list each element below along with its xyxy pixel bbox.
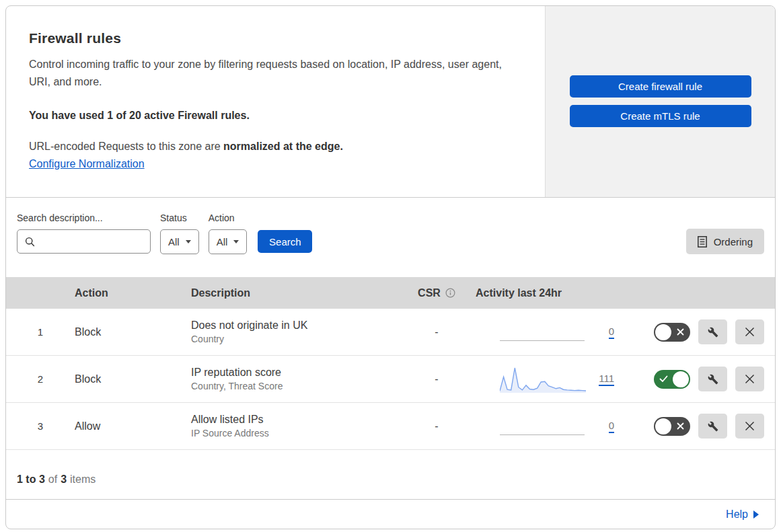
close-icon: [745, 374, 755, 384]
ordering-label: Ordering: [714, 236, 753, 248]
toggle-x-icon: [677, 422, 684, 432]
wrench-icon: [708, 327, 718, 338]
rule-activity-cell: 0: [470, 317, 624, 347]
rule-priority: 3: [6, 420, 75, 432]
action-value: All: [217, 236, 228, 248]
help-arrow-icon: [753, 510, 759, 519]
pagination-summary: 1 to 3 of 3 items: [6, 450, 775, 500]
usage-summary: You have used 1 of 20 active Firewall ru…: [29, 110, 525, 122]
rule-controls: [624, 367, 775, 391]
actions-panel: Create firewall rule Create mTLS rule: [545, 6, 775, 197]
help-bar: Help: [6, 500, 775, 529]
delete-rule-button[interactable]: [735, 414, 764, 439]
total-label: 3: [61, 473, 67, 486]
delete-rule-button[interactable]: [735, 367, 764, 391]
activity-sparkline: [500, 365, 586, 394]
rule-criteria: IP Source Address: [191, 428, 403, 439]
action-filter-group: Action All: [209, 213, 248, 254]
table-row: 3 Allow Allow listed IPs IP Source Addre…: [6, 403, 775, 450]
ordering-list-icon: [698, 236, 707, 248]
rule-activity-cell: 0: [470, 412, 624, 441]
rule-action: Block: [75, 373, 191, 385]
rule-csr: -: [403, 420, 470, 432]
csr-label: CSR: [418, 287, 441, 299]
normalization-bold: normalized at the edge.: [223, 141, 343, 152]
rule-controls: [624, 319, 775, 344]
status-label: Status: [160, 213, 199, 223]
rule-priority: 1: [6, 326, 75, 338]
activity-sparkline: [500, 412, 586, 441]
status-value: All: [168, 236, 180, 248]
edit-rule-button[interactable]: [698, 367, 727, 391]
delete-rule-button[interactable]: [735, 319, 764, 344]
wrench-icon: [708, 421, 718, 432]
action-dropdown[interactable]: All: [209, 229, 248, 254]
search-label: Search description...: [17, 213, 151, 223]
configure-normalization-link[interactable]: Configure Normalization: [29, 158, 145, 170]
table-row: 1 Block Does not originate in UK Country…: [6, 309, 775, 356]
rule-description: IP reputation score: [191, 367, 403, 379]
rule-description: Allow listed IPs: [191, 414, 403, 426]
normalization-note: URL-encoded Requests to this zone are no…: [29, 141, 525, 153]
activity-count-link[interactable]: 0: [609, 326, 614, 339]
activity-count-link[interactable]: 0: [609, 420, 614, 433]
wrench-icon: [708, 374, 718, 385]
rule-activity-cell: 111: [470, 365, 624, 394]
page-description: Control incoming traffic to your zone by…: [29, 56, 507, 91]
rule-criteria: Country: [191, 334, 403, 344]
create-firewall-rule-button[interactable]: Create firewall rule: [570, 75, 751, 98]
rule-description-cell: Does not originate in UK Country: [191, 319, 403, 344]
overview-section: Firewall rules Control incoming traffic …: [6, 6, 775, 198]
edit-rule-button[interactable]: [698, 414, 727, 439]
toggle-knob: [673, 371, 689, 387]
column-action: Action: [75, 287, 191, 299]
rule-priority: 2: [6, 373, 75, 385]
help-label: Help: [726, 508, 748, 521]
rule-enabled-toggle[interactable]: [654, 417, 690, 436]
normalization-prefix: URL-encoded Requests to this zone are: [29, 141, 223, 152]
rule-description-cell: IP reputation score Country, Threat Scor…: [191, 367, 403, 391]
firewall-rules-card: Firewall rules Control incoming traffic …: [5, 5, 776, 529]
rule-enabled-toggle[interactable]: [654, 370, 690, 389]
toggle-knob: [655, 324, 671, 340]
range-label: 1 to 3: [17, 473, 45, 486]
column-description: Description: [191, 287, 403, 299]
action-label: Action: [209, 213, 248, 223]
chevron-down-icon: [186, 240, 191, 243]
rule-action: Allow: [75, 420, 191, 432]
page-title: Firewall rules: [29, 30, 525, 46]
help-link[interactable]: Help: [726, 508, 759, 521]
close-icon: [745, 421, 755, 431]
status-dropdown[interactable]: All: [160, 229, 199, 254]
column-csr: CSR: [403, 287, 470, 299]
rule-action: Block: [75, 326, 191, 338]
toggle-x-icon: [677, 328, 684, 338]
column-activity: Activity last 24hr: [470, 287, 624, 299]
table-header: Action Description CSR Activity last 24h…: [6, 277, 775, 309]
items-label: items: [70, 473, 96, 486]
edit-rule-button[interactable]: [698, 319, 727, 344]
close-icon: [745, 327, 755, 337]
ordering-button[interactable]: Ordering: [686, 229, 764, 254]
rule-description: Does not originate in UK: [191, 319, 403, 332]
search-button[interactable]: Search: [258, 230, 312, 253]
search-icon: [25, 237, 35, 247]
chevron-down-icon: [233, 240, 239, 243]
activity-count-link[interactable]: 111: [599, 373, 614, 386]
info-icon[interactable]: [445, 288, 455, 298]
rule-enabled-toggle[interactable]: [654, 323, 690, 342]
table-row: 2 Block IP reputation score Country, Thr…: [6, 356, 775, 403]
filter-bar: Search description... Status All Action …: [6, 198, 775, 277]
rule-csr: -: [403, 326, 470, 338]
toggle-knob: [655, 418, 671, 434]
rule-controls: [624, 414, 775, 439]
toggle-check-icon: [659, 375, 668, 385]
status-filter-group: Status All: [160, 213, 199, 254]
rule-description-cell: Allow listed IPs IP Source Address: [191, 414, 403, 439]
of-label: of: [48, 473, 57, 486]
search-group: Search description...: [17, 213, 151, 254]
create-mtls-rule-button[interactable]: Create mTLS rule: [570, 105, 751, 127]
overview-text: Firewall rules Control incoming traffic …: [6, 6, 545, 197]
rule-csr: -: [403, 373, 470, 385]
search-input[interactable]: [35, 230, 180, 253]
